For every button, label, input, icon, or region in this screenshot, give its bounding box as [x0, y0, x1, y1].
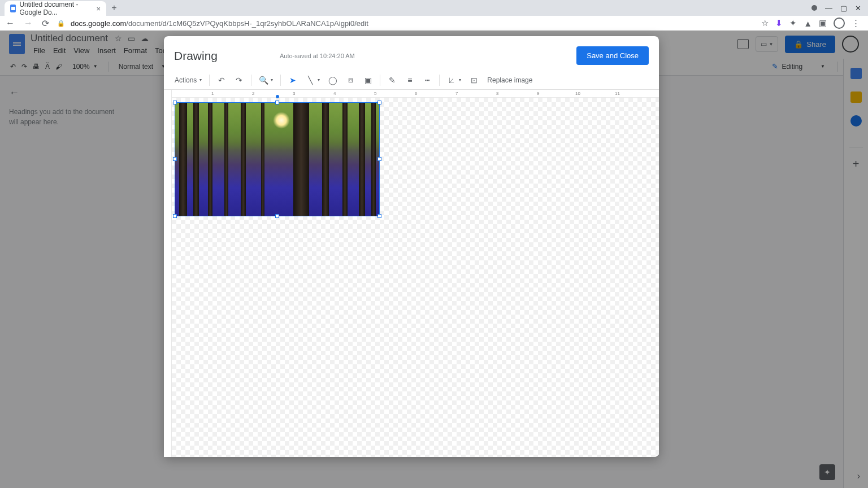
vertical-ruler: [164, 90, 172, 457]
save-and-close-button[interactable]: Save and Close: [576, 46, 649, 65]
star-icon[interactable]: ☆: [761, 18, 769, 28]
actions-menu[interactable]: Actions▾: [172, 74, 205, 86]
browser-tab[interactable]: Untitled document - Google Do... ×: [5, 1, 106, 16]
url-domain: docs.google.com: [71, 19, 126, 28]
shape-tool-icon[interactable]: ◯: [326, 73, 340, 87]
tab-bar: Untitled document - Google Do... × + — ▢…: [0, 0, 868, 16]
profile-icon[interactable]: [834, 18, 845, 29]
extension-icon-1[interactable]: ⬇: [775, 18, 783, 28]
undo-drawing-icon[interactable]: ↶: [214, 73, 229, 87]
border-weight-icon[interactable]: ≡: [402, 73, 417, 87]
forest-image-content: [175, 103, 379, 216]
address-bar: ← → ⟳ 🔒 docs.google.com/document/d/1cM6Q…: [0, 16, 868, 30]
resize-handle-sw[interactable]: [173, 214, 177, 218]
resize-handle-n[interactable]: [275, 101, 279, 104]
maximize-icon[interactable]: ▢: [840, 4, 847, 12]
replace-image-button[interactable]: Replace image: [484, 74, 535, 86]
reader-icon[interactable]: ▣: [819, 18, 827, 28]
url-bar[interactable]: 🔒 docs.google.com/document/d/1cM6Q5zVPQy…: [57, 19, 753, 28]
rotate-handle[interactable]: [276, 95, 279, 98]
record-icon[interactable]: [811, 5, 817, 11]
crop-tool-icon[interactable]: ⟀▾: [444, 73, 464, 87]
redo-drawing-icon[interactable]: ↷: [232, 73, 246, 87]
border-color-icon[interactable]: ✎: [385, 73, 400, 87]
drawing-canvas-area: 1 2 3 4 5 6 7 8 9 10 11: [164, 90, 659, 457]
window-controls: — ▢ ✕: [805, 0, 868, 16]
line-tool-icon[interactable]: ╲▾: [303, 73, 323, 87]
zoom-drawing-icon[interactable]: 🔍▾: [256, 73, 276, 87]
textbox-tool-icon[interactable]: ⧈: [343, 73, 358, 87]
select-tool-icon[interactable]: ➤: [285, 73, 300, 87]
lock-icon: 🔒: [57, 20, 65, 27]
resize-handle-w[interactable]: [173, 157, 177, 161]
resize-handle-s[interactable]: [275, 214, 279, 218]
resize-handle-nw[interactable]: [173, 101, 177, 104]
forward-icon[interactable]: →: [24, 18, 33, 28]
omnibox-actions: ☆ ⬇ ✦ ▲ ▣ ⋮: [761, 18, 862, 29]
drawing-dialog: Drawing Auto-saved at 10:24:20 AM Save a…: [164, 36, 659, 457]
horizontal-ruler: 1 2 3 4 5 6 7 8 9 10 11: [172, 90, 659, 98]
image-options-icon[interactable]: ⊡: [467, 73, 481, 87]
nav-buttons: ← → ⟳: [6, 18, 49, 29]
back-icon[interactable]: ←: [6, 18, 15, 28]
extension-icon-2[interactable]: ▲: [804, 19, 812, 28]
autosave-status: Auto-saved at 10:24:20 AM: [280, 53, 355, 59]
docs-favicon: [10, 5, 16, 12]
drawing-header: Drawing Auto-saved at 10:24:20 AM Save a…: [164, 36, 659, 71]
close-window-icon[interactable]: ✕: [855, 4, 861, 12]
reload-icon[interactable]: ⟳: [42, 18, 49, 29]
tab-title: Untitled document - Google Do...: [19, 1, 93, 16]
extensions-icon[interactable]: ✦: [789, 18, 797, 28]
resize-handle-e[interactable]: [377, 157, 381, 161]
selected-image[interactable]: [175, 102, 380, 216]
drawing-toolbar: Actions▾ ↶ ↷ 🔍▾ ➤ ╲▾ ◯ ⧈ ▣ ✎ ≡ ┅ ⟀▾ ⊡ Re…: [164, 71, 659, 90]
minimize-icon[interactable]: —: [825, 4, 832, 12]
drawing-canvas[interactable]: [172, 98, 659, 457]
image-tool-icon[interactable]: ▣: [361, 73, 375, 87]
browser-chrome: Untitled document - Google Do... × + — ▢…: [0, 0, 868, 30]
resize-handle-se[interactable]: [377, 214, 381, 218]
close-tab-icon[interactable]: ×: [96, 5, 101, 13]
new-tab-button[interactable]: +: [106, 0, 122, 16]
kebab-menu-icon[interactable]: ⋮: [852, 18, 860, 28]
url-path: /document/d/1cM6Q5zVPQyqKbbpsH-_1qr2syhb…: [126, 19, 368, 28]
drawing-title: Drawing: [174, 49, 218, 63]
border-dash-icon[interactable]: ┅: [420, 73, 435, 87]
resize-handle-ne[interactable]: [377, 101, 381, 104]
